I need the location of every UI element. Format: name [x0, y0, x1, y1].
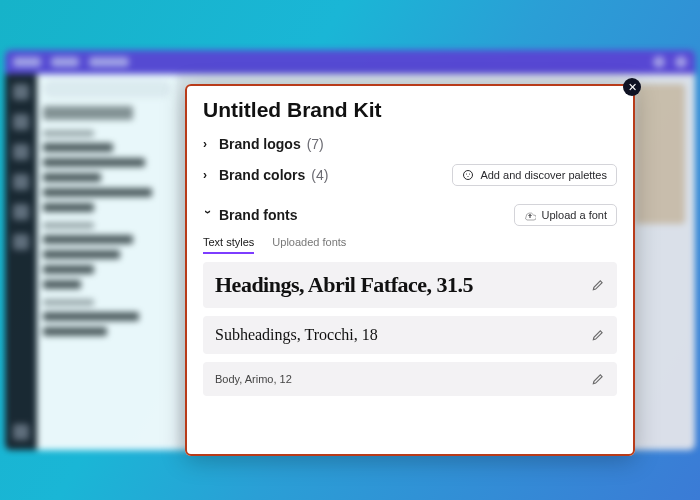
svg-point-0: [464, 171, 473, 180]
section-label: Brand fonts: [219, 207, 298, 223]
section-toggle-fonts[interactable]: › Brand fonts: [203, 207, 298, 223]
section-label: Brand logos: [219, 136, 301, 152]
section-label: Brand colors: [219, 167, 305, 183]
font-tabs: Text styles Uploaded fonts: [203, 236, 617, 254]
text-style-body: Body, Arimo, 12: [203, 362, 617, 396]
style-preview: Body, Arimo, 12: [215, 373, 292, 385]
edit-icon[interactable]: [591, 278, 605, 292]
style-preview: Headings, Abril Fatface, 31.5: [215, 272, 473, 298]
close-button[interactable]: ✕: [623, 78, 641, 96]
tab-uploaded-fonts[interactable]: Uploaded fonts: [272, 236, 346, 254]
upload-icon: [524, 209, 536, 221]
chevron-right-icon: ›: [203, 168, 213, 182]
svg-point-3: [468, 176, 469, 177]
tab-text-styles[interactable]: Text styles: [203, 236, 254, 254]
section-count: (7): [307, 136, 324, 152]
button-label: Add and discover palettes: [480, 169, 607, 181]
section-toggle-logos[interactable]: › Brand logos (7): [203, 136, 324, 152]
add-palettes-button[interactable]: Add and discover palettes: [452, 164, 617, 186]
style-preview: Subheadings, Trocchi, 18: [215, 326, 378, 344]
edit-icon[interactable]: [591, 372, 605, 386]
section-toggle-colors[interactable]: › Brand colors (4): [203, 167, 328, 183]
edit-icon[interactable]: [591, 328, 605, 342]
button-label: Upload a font: [542, 209, 607, 221]
text-style-heading: Headings, Abril Fatface, 31.5: [203, 262, 617, 308]
section-count: (4): [311, 167, 328, 183]
brand-kit-modal: Untitled Brand Kit › Brand logos (7) › B…: [185, 84, 635, 456]
modal-title: Untitled Brand Kit: [203, 98, 617, 122]
upload-font-button[interactable]: Upload a font: [514, 204, 617, 226]
chevron-right-icon: ›: [203, 137, 213, 151]
chevron-down-icon: ›: [201, 210, 215, 220]
close-icon: ✕: [628, 82, 637, 93]
svg-point-1: [466, 173, 467, 174]
svg-point-2: [469, 173, 470, 174]
text-style-subheading: Subheadings, Trocchi, 18: [203, 316, 617, 354]
palette-icon: [462, 169, 474, 181]
